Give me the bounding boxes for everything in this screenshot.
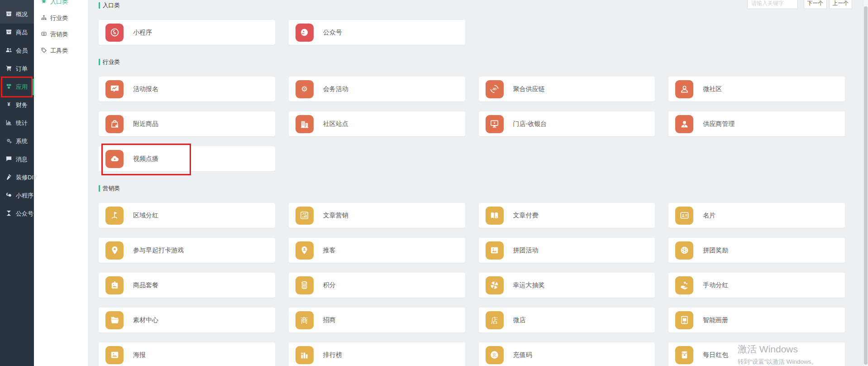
app-card-label: 名片 [703, 212, 715, 220]
next-button[interactable]: 下一个 [804, 0, 827, 9]
sidebar-item-label: 消息 [16, 155, 28, 164]
app-card-region-flag[interactable]: 区域分红 [99, 203, 275, 228]
category-item-star[interactable]: 入口类 [34, 0, 88, 10]
photo-icon [486, 241, 504, 260]
app-card-photo-hang[interactable]: 商品套餐 [99, 273, 275, 298]
app-card-char-dian[interactable]: 店微店 [479, 308, 655, 332]
app-card-label: 聚合供应链 [513, 85, 545, 93]
community-icon [675, 80, 693, 98]
app-card-hand-coin[interactable]: 手动分红 [668, 273, 845, 298]
app-card-photo[interactable]: 拼团活动 [479, 238, 655, 263]
app-card-label: 文章付费 [513, 212, 539, 220]
messages-icon [5, 155, 12, 164]
app-card-red-packet[interactable]: 每日红包 [668, 342, 845, 366]
gear-icon: ⚙ [296, 80, 314, 98]
sidebar-item-official[interactable]: 公众号 [0, 205, 34, 223]
app-card-nearby-goods[interactable]: 附近商品 [99, 111, 275, 136]
sidebar-item-apps[interactable]: 应用 [0, 78, 34, 96]
app-card-coins[interactable]: 积分 [289, 273, 465, 298]
app-card-miniprogram[interactable]: 小程序 [99, 20, 275, 45]
app-card-pos[interactable]: ¥门店-收银台 [479, 111, 655, 136]
sidebar-item-goods[interactable]: 商品 [0, 24, 34, 42]
app-card-label: 社区站点 [323, 120, 348, 128]
active-indicator [32, 79, 34, 95]
sidebar-item-stats[interactable]: 统计 [0, 114, 34, 132]
app-card-folder[interactable]: 素材中心 [99, 308, 275, 332]
category-item-label: 营销类 [50, 30, 68, 39]
section-title: 入口类 [99, 2, 845, 9]
app-card-activity[interactable]: 活动报名 [99, 77, 275, 101]
app-card-namecard[interactable]: 名片 [668, 203, 845, 228]
app-card-community[interactable]: 微社区 [668, 77, 845, 101]
marketing-icon [41, 31, 47, 39]
sidebar-item-members[interactable]: 会员 [0, 42, 34, 60]
app-card-label: 微店 [513, 316, 526, 324]
sidebar-item-messages[interactable]: 消息 [0, 150, 34, 169]
app-card-pinwheel[interactable]: 幸运大抽奖 [479, 273, 655, 298]
category-sidebar: 入口类行业类营销类工具类 [34, 0, 89, 366]
app-card-article-pay[interactable]: ¥文章付费 [479, 203, 655, 228]
app-card-char-shang[interactable]: 商招商 [289, 308, 465, 332]
stats-icon [5, 119, 12, 127]
category-item-marketing[interactable]: 营销类 [34, 26, 88, 43]
app-card-album[interactable]: 智能画册 [668, 308, 845, 332]
sidebar-item-label: 公众号 [16, 210, 33, 218]
svg-text:¥: ¥ [494, 121, 496, 125]
supplier-icon [675, 115, 693, 133]
scrollbar[interactable] [863, 0, 868, 366]
app-card-label: 海报 [133, 351, 146, 359]
sidebar-item-label: 概况 [16, 10, 28, 19]
app-card-article-chart[interactable]: 文章营销 [289, 203, 465, 228]
section-title: 行业类 [99, 58, 845, 66]
article-chart-icon [296, 207, 314, 225]
sidebar-item-label: 装修DIY [16, 173, 38, 182]
app-card-gear[interactable]: ⚙会务活动 [289, 77, 465, 101]
app-card-label: 拼团活动 [513, 246, 539, 255]
system-icon: ⚙⚙ [5, 137, 12, 145]
app-card-official-account[interactable]: 公众号 [289, 20, 465, 45]
category-nav: 入口类行业类营销类工具类 [34, 0, 88, 59]
activity-icon [105, 80, 124, 98]
section-title-bar [99, 2, 100, 9]
prev-button[interactable]: 上一个 [829, 0, 852, 9]
album-icon [675, 311, 693, 329]
app-card-jd[interactable]: JD聚合供应链 [479, 77, 655, 101]
app-card-photo[interactable]: 海报 [99, 342, 275, 366]
sidebar-item-overview[interactable]: 概况 [0, 5, 34, 24]
app-card-wheel-dots[interactable]: 拼团奖励 [668, 238, 845, 263]
scrollbar-thumb[interactable] [864, 6, 868, 365]
app-card-recharge[interactable]: 充充值码 [479, 342, 655, 366]
sidebar-item-miniapp[interactable]: 小程序 [0, 187, 34, 205]
app-card-label: 排行榜 [323, 351, 342, 359]
app-card-label: 商品套餐 [133, 281, 158, 289]
category-item-industry[interactable]: 行业类 [34, 10, 88, 26]
app-sections: 入口类小程序公众号行业类活动报名⚙会务活动JD聚合供应链微社区附近商品社区站点¥… [89, 0, 868, 366]
sidebar-item-orders[interactable]: 订单 [0, 60, 34, 78]
sidebar-item-diy[interactable]: 装修DIY [0, 169, 34, 187]
svg-text:JD: JD [492, 87, 497, 91]
sidebar-item-system[interactable]: ⚙⚙系统 [0, 132, 34, 150]
vod-icon [105, 150, 124, 168]
app-card-label: 每日红包 [703, 351, 728, 359]
app-card-label: 视频点播 [133, 155, 158, 163]
app-card-supplier[interactable]: 供应商管理 [668, 111, 845, 136]
section-title-bar [99, 59, 100, 65]
app-grid: 区域分红文章营销¥文章付费名片参与早起打卡游戏推客拼团活动拼团奖励商品套餐积分幸… [99, 203, 845, 366]
app-card-person-pin[interactable]: 推客 [289, 238, 465, 263]
app-card-map-pin[interactable]: 参与早起打卡游戏 [99, 238, 275, 263]
search-input[interactable] [747, 0, 798, 9]
app-card-label: 幸运大抽奖 [513, 281, 545, 289]
category-item-tools[interactable]: 工具类 [34, 43, 88, 59]
app-card-label: 充值码 [513, 351, 532, 359]
svg-text:⚙: ⚙ [301, 85, 308, 93]
sidebar-nav: 概况商品会员订单应用¥财务统计⚙⚙系统消息装修DIY小程序公众号 [0, 5, 34, 223]
app-card-vod[interactable]: 视频点播 [99, 146, 275, 171]
nearby-goods-icon [105, 115, 124, 133]
official-account-icon [296, 24, 314, 42]
app-card-ranking[interactable]: 排行榜 [289, 342, 465, 366]
app-grid: 活动报名⚙会务活动JD聚合供应链微社区附近商品社区站点¥门店-收银台供应商管理视… [99, 77, 845, 171]
app-card-label: 手动分红 [703, 281, 728, 289]
app-card-label: 会务活动 [323, 85, 348, 93]
app-card-building[interactable]: 社区站点 [289, 111, 465, 136]
sidebar-item-finance[interactable]: ¥财务 [0, 96, 34, 114]
